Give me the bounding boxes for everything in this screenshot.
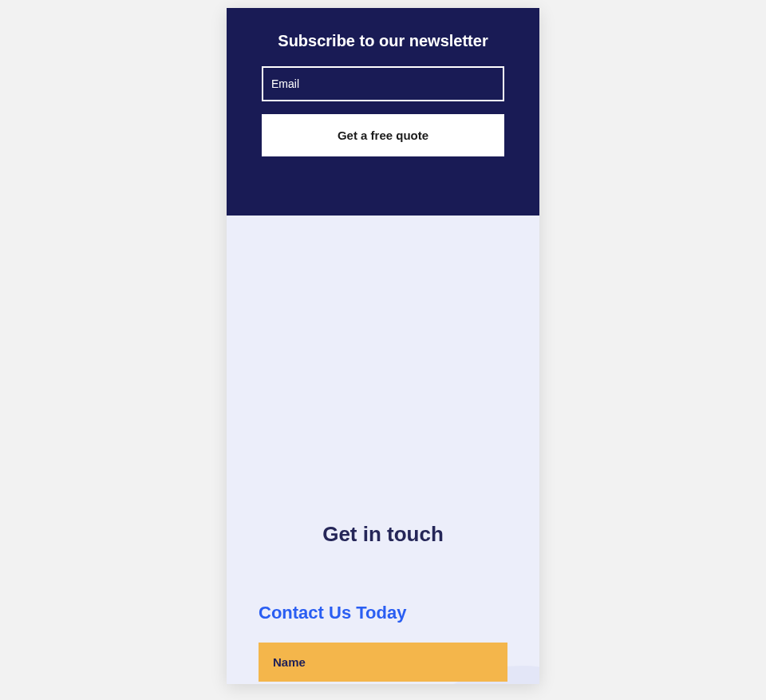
subscribe-form: Get a free quote bbox=[262, 66, 504, 156]
subscribe-email-input[interactable] bbox=[262, 66, 504, 101]
contact-section: Get in touch Contact Us Today 4 + 9 = Ge… bbox=[227, 216, 539, 684]
contact-heading: Get in touch bbox=[259, 522, 507, 547]
contact-subheading: Contact Us Today bbox=[259, 603, 507, 623]
subscribe-section: Subscribe to our newsletter Get a free q… bbox=[227, 8, 539, 216]
contact-form: 4 + 9 = Get in touch bbox=[259, 643, 507, 684]
subscribe-title: Subscribe to our newsletter bbox=[262, 32, 504, 50]
page-container: Subscribe to our newsletter Get a free q… bbox=[227, 8, 539, 684]
subscribe-submit-button[interactable]: Get a free quote bbox=[262, 114, 504, 156]
name-input[interactable] bbox=[259, 643, 507, 682]
